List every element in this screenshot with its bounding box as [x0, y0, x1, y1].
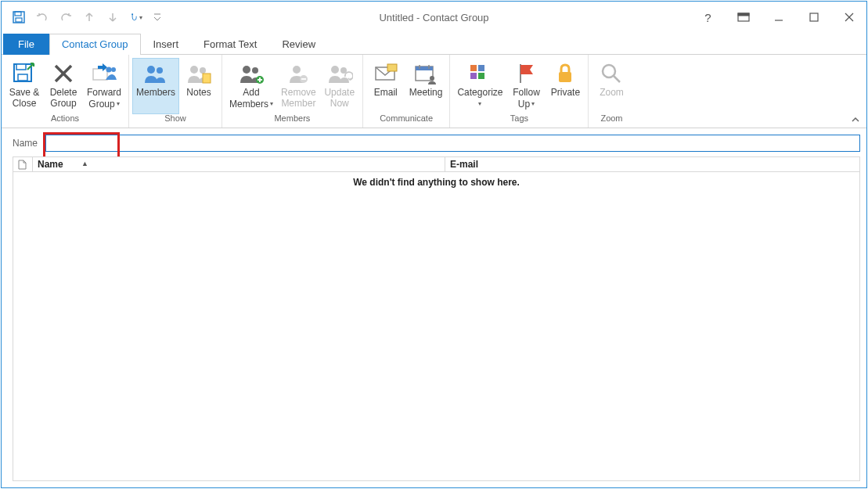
svg-point-20 [157, 67, 163, 74]
svg-rect-37 [416, 67, 433, 70]
titlebar: ▾ Untitled - Contact Group ? [2, 2, 866, 33]
minimize-button[interactable] [761, 6, 796, 28]
follow-up-label-1: Follow [513, 87, 540, 98]
svg-rect-2 [16, 18, 22, 22]
forward-group-label-1: Forward [87, 87, 121, 98]
close-button[interactable] [831, 6, 866, 28]
svg-rect-6 [738, 13, 749, 16]
sort-asc-icon: ▲ [81, 160, 88, 167]
private-label: Private [551, 87, 580, 98]
group-actions-label: Actions [5, 113, 125, 127]
document-icon [18, 160, 27, 170]
categorize-button[interactable]: Categorize▾ [453, 58, 506, 114]
update-now-label-1: Update [324, 87, 355, 98]
forward-group-button[interactable]: ForwardGroup▾ [83, 58, 125, 114]
svg-point-21 [190, 66, 198, 74]
undo-icon[interactable] [36, 11, 49, 23]
email-button[interactable]: Email [366, 58, 405, 114]
tab-insert[interactable]: Insert [141, 34, 192, 55]
notes-button[interactable]: Notes [179, 58, 218, 114]
chevron-down-icon: ▾ [270, 99, 273, 110]
update-now-label-2: Now [330, 98, 349, 109]
chevron-down-icon: ▾ [117, 99, 120, 110]
tab-contact-group[interactable]: Contact Group [49, 34, 141, 55]
add-members-label-2: Members [229, 99, 268, 110]
follow-up-button[interactable]: FollowUp▾ [506, 58, 546, 114]
svg-point-29 [293, 66, 301, 74]
group-zoom-label: Zoom [592, 113, 631, 127]
collapse-ribbon-icon[interactable] [851, 115, 860, 124]
svg-rect-44 [478, 73, 484, 79]
next-icon[interactable] [106, 11, 119, 23]
tab-file[interactable]: File [3, 34, 49, 55]
remove-member-button: RemoveMember [277, 58, 320, 114]
delete-group-button[interactable]: DeleteGroup [44, 58, 83, 114]
meeting-label: Meeting [409, 87, 443, 98]
name-label: Name [13, 138, 38, 149]
svg-point-3 [131, 13, 133, 15]
categorize-label: Categorize [457, 87, 502, 98]
group-zoom: Zoom Zoom [589, 55, 634, 128]
group-show: Members Notes Show [129, 55, 222, 128]
name-input[interactable] [45, 135, 860, 152]
remove-member-label-1: Remove [281, 87, 316, 98]
col-email-label: E-mail [450, 159, 478, 170]
forward-group-label-2: Group [88, 99, 114, 110]
private-button[interactable]: Private [546, 58, 585, 114]
svg-rect-23 [203, 74, 211, 83]
name-row: Name [2, 128, 866, 156]
window: ▾ Untitled - Contact Group ? File C [1, 1, 867, 488]
zoom-button: Zoom [592, 58, 631, 114]
ribbon-tabs: File Contact Group Insert Format Text Re… [2, 33, 866, 55]
group-show-label: Show [132, 113, 218, 127]
save-close-label-2: Close [13, 98, 37, 109]
svg-line-48 [614, 76, 620, 82]
redo-icon[interactable] [59, 11, 72, 23]
group-members-label: Members [225, 113, 359, 127]
svg-point-33 [340, 67, 347, 74]
members-label: Members [136, 87, 175, 98]
add-members-label-1: Add [243, 87, 259, 98]
group-communicate-label: Communicate [366, 113, 447, 127]
add-members-button[interactable]: AddMembers▾ [225, 58, 277, 114]
zoom-label: Zoom [600, 87, 624, 98]
remove-member-label-2: Member [281, 98, 315, 109]
meeting-button[interactable]: Meeting [405, 58, 447, 114]
svg-rect-46 [559, 72, 571, 82]
notes-label: Notes [186, 87, 211, 98]
ribbon-display-options-button[interactable] [726, 6, 761, 28]
save-icon[interactable] [13, 11, 25, 23]
group-members: AddMembers▾ RemoveMember UpdateNow Membe… [222, 55, 363, 128]
svg-point-32 [331, 66, 339, 74]
maximize-button[interactable] [796, 6, 831, 28]
touch-mouse-mode-icon[interactable]: ▾ [130, 11, 142, 23]
save-close-button[interactable]: Save &Close [5, 58, 44, 114]
update-now-button: UpdateNow [320, 58, 359, 114]
group-communicate: Email Meeting Communicate [363, 55, 451, 128]
help-button[interactable]: ? [690, 6, 726, 28]
col-name[interactable]: Name ▲ [33, 157, 445, 171]
chevron-down-icon: ▾ [531, 99, 535, 110]
svg-rect-13 [18, 74, 27, 81]
col-icon[interactable] [13, 157, 33, 171]
svg-rect-41 [470, 65, 477, 71]
members-body: We didn't find anything to show here. [13, 172, 859, 480]
svg-point-22 [200, 67, 206, 74]
svg-rect-42 [478, 65, 484, 71]
col-email[interactable]: E-mail [445, 157, 859, 171]
empty-text: We didn't find anything to show here. [353, 177, 520, 188]
quick-access-toolbar: ▾ [2, 2, 161, 33]
previous-icon[interactable] [83, 11, 95, 23]
delete-group-label-2: Group [50, 98, 76, 109]
customize-qat-icon[interactable] [153, 11, 161, 23]
tab-format-text[interactable]: Format Text [191, 34, 269, 55]
members-header: Name ▲ E-mail [13, 157, 859, 172]
members-button[interactable]: Members [132, 58, 179, 114]
group-tags: Categorize▾ FollowUp▾ Private Tags [450, 55, 589, 128]
svg-rect-1 [15, 12, 21, 16]
tab-review[interactable]: Review [269, 34, 328, 55]
chevron-down-icon: ▾ [478, 99, 481, 110]
follow-up-label-2: Up [518, 99, 530, 110]
save-close-label-1: Save & [9, 87, 40, 98]
group-tags-label: Tags [453, 113, 585, 127]
